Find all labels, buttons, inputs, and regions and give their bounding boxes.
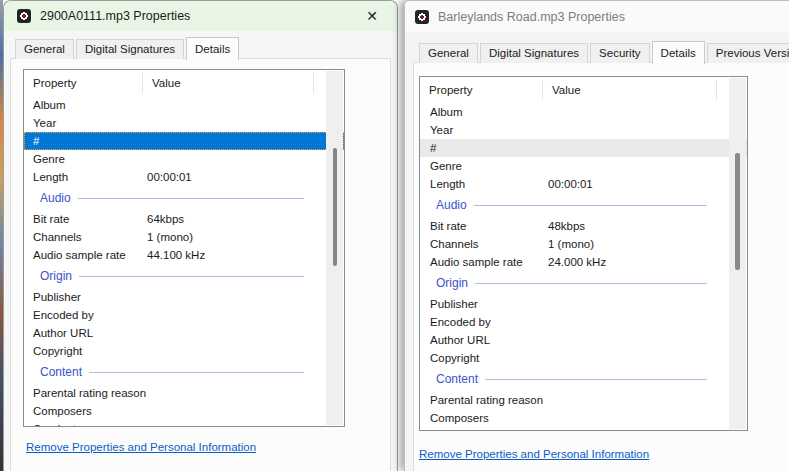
titlebar[interactable]: Barleylands Road.mp3 Properties [405, 1, 789, 32]
property-row[interactable]: Copyright [420, 349, 747, 367]
properties-window-left: 2900A0111.mp3 Properties ✕ GeneralDigita… [3, 0, 398, 471]
tab-security[interactable]: Security [590, 43, 650, 63]
window-title: Barleylands Road.mp3 Properties [438, 10, 625, 24]
section-header: Origin [420, 271, 747, 295]
section-divider-line [474, 205, 707, 206]
property-list[interactable]: Property Value AlbumYear#GenreLength00:0… [23, 69, 345, 427]
property-row[interactable]: Conductors [24, 420, 344, 427]
scrollbar-track[interactable] [326, 71, 343, 425]
property-row[interactable]: Author URL [420, 331, 747, 349]
list-header: Property Value [420, 77, 747, 103]
property-row[interactable]: Conductors [420, 427, 747, 431]
section-header: Origin [24, 264, 344, 288]
section-divider-line [485, 379, 707, 380]
properties-window-right: Barleylands Road.mp3 Properties GeneralD… [404, 0, 789, 471]
list-header: Property Value [24, 70, 344, 96]
property-row[interactable]: Audio sample rate44.100 kHz [24, 246, 344, 264]
tab-details[interactable]: Details [186, 37, 239, 60]
scrollbar-track[interactable] [729, 78, 746, 429]
property-row[interactable]: Album [24, 96, 344, 114]
property-row[interactable]: Composers [420, 409, 747, 427]
media-file-icon [17, 9, 31, 23]
remove-properties-link[interactable]: Remove Properties and Personal Informati… [419, 448, 649, 460]
column-header-value[interactable]: Value [143, 73, 314, 93]
property-row[interactable]: Parental rating reason [24, 384, 344, 402]
property-row[interactable]: Channels1 (mono) [24, 228, 344, 246]
column-header-property[interactable]: Property [24, 73, 143, 93]
tab-digital-signatures[interactable]: Digital Signatures [480, 43, 588, 63]
property-row[interactable]: Genre [420, 157, 747, 175]
property-row[interactable]: Channels1 (mono) [420, 235, 747, 253]
remove-properties-link[interactable]: Remove Properties and Personal Informati… [26, 441, 256, 453]
column-header-value[interactable]: Value [543, 80, 717, 100]
tab-general[interactable]: General [419, 43, 478, 63]
property-row[interactable]: # [24, 132, 344, 150]
media-file-icon [415, 10, 429, 24]
section-header: Audio [420, 193, 747, 217]
section-divider-line [79, 276, 304, 277]
property-row[interactable]: Length00:00:01 [420, 175, 747, 193]
close-icon[interactable]: ✕ [353, 1, 391, 31]
property-row[interactable]: Album [420, 103, 747, 121]
section-header: Content [24, 360, 344, 384]
property-row[interactable]: Bit rate64kbps [24, 210, 344, 228]
tab-general[interactable]: General [15, 39, 74, 59]
property-row[interactable]: Length00:00:01 [24, 168, 344, 186]
tab-digital-signatures[interactable]: Digital Signatures [76, 39, 184, 59]
property-row[interactable]: Encoded by [420, 313, 747, 331]
property-row[interactable]: Year [24, 114, 344, 132]
property-row[interactable]: Author URL [24, 324, 344, 342]
property-row[interactable]: Audio sample rate24.000 kHz [420, 253, 747, 271]
property-row[interactable]: Genre [24, 150, 344, 168]
titlebar[interactable]: 2900A0111.mp3 Properties ✕ [4, 1, 397, 31]
scrollbar-thumb[interactable] [333, 148, 337, 266]
property-row[interactable]: Copyright [24, 342, 344, 360]
property-list[interactable]: Property Value AlbumYear#GenreLength00:0… [419, 76, 748, 431]
section-divider-line [475, 283, 707, 284]
scrollbar-thumb[interactable] [735, 153, 740, 270]
column-header-property[interactable]: Property [420, 80, 543, 100]
tab-details[interactable]: Details [652, 41, 705, 64]
property-row[interactable]: Publisher [24, 288, 344, 306]
section-header: Audio [24, 186, 344, 210]
property-row[interactable]: Parental rating reason [420, 391, 747, 409]
tab-strip: GeneralDigital SignaturesDetails [15, 38, 241, 59]
section-divider-line [89, 372, 304, 373]
tab-strip: GeneralDigital SignaturesSecurityDetails… [419, 42, 789, 63]
section-header: Content [420, 367, 747, 391]
section-divider-line [78, 198, 304, 199]
property-row[interactable]: Composers [24, 402, 344, 420]
window-title: 2900A0111.mp3 Properties [40, 9, 190, 23]
property-row[interactable]: Encoded by [24, 306, 344, 324]
property-row[interactable]: # [420, 139, 747, 157]
property-row[interactable]: Publisher [420, 295, 747, 313]
property-row[interactable]: Bit rate48kbps [420, 217, 747, 235]
tab-previous-versions[interactable]: Previous Versions [707, 43, 789, 63]
property-row[interactable]: Year [420, 121, 747, 139]
